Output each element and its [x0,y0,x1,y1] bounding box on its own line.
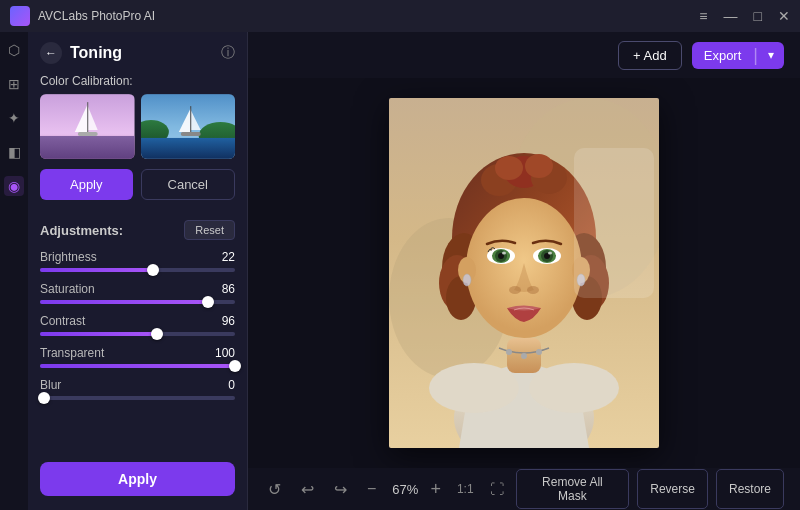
close-icon[interactable]: ✕ [778,8,790,24]
blur-label: Blur [40,378,61,392]
expand-button[interactable]: ⛶ [490,481,504,497]
transparent-value: 100 [215,346,235,360]
brightness-value: 22 [222,250,235,264]
iconbar-item-effects[interactable]: ✦ [4,108,24,128]
adjustments-header: Adjustments: Reset [28,212,247,248]
contrast-value: 96 [222,314,235,328]
contrast-track[interactable] [40,332,235,336]
cal-cancel-button[interactable]: Cancel [141,169,236,200]
saturation-track[interactable] [40,300,235,304]
titlebar: AVCLabs PhotoPro AI ≡ — □ ✕ [0,0,800,32]
portrait-image [389,98,659,448]
color-calibration-images [28,94,247,169]
svg-point-32 [525,154,553,178]
calibration-image-2[interactable] [141,94,236,159]
svg-rect-5 [78,132,98,136]
rotate-left-button[interactable]: ↺ [264,478,285,501]
apply-main-button[interactable]: Apply [40,462,235,496]
svg-point-38 [502,252,506,255]
export-button-group: Export | ▾ [692,42,784,69]
iconbar-item-toning[interactable]: ◉ [4,176,24,196]
contrast-slider-row: Contrast 96 [40,314,235,336]
sidebar-title: Toning [70,44,122,62]
zoom-level: 67% [392,482,418,497]
add-button[interactable]: + Add [618,41,682,70]
remove-all-mask-button[interactable]: Remove All Mask [516,469,630,509]
photo-container [389,98,659,448]
saturation-value: 86 [222,282,235,296]
svg-rect-53 [574,148,654,298]
transparent-track[interactable] [40,364,235,368]
restore-button[interactable]: Restore [716,469,784,509]
back-button[interactable]: ← [40,42,62,64]
iconbar-item-adjust[interactable]: ◧ [4,142,24,162]
bottom-right-buttons: Remove All Mask Reverse Restore [516,469,784,509]
iconbar-item-grid[interactable]: ⊞ [4,74,24,94]
svg-point-51 [521,353,527,359]
svg-point-47 [463,274,471,286]
svg-point-19 [429,363,519,413]
svg-point-50 [506,349,512,355]
svg-rect-9 [141,138,236,159]
zoom-1to1-button[interactable]: 1:1 [453,480,478,498]
svg-rect-1 [40,136,135,159]
svg-point-20 [529,363,619,413]
color-calibration-label: Color Calibration: [28,70,247,94]
reverse-button[interactable]: Reverse [637,469,708,509]
icon-bar: ⬡ ⊞ ✦ ◧ ◉ [0,32,28,510]
svg-rect-13 [180,132,200,136]
info-icon[interactable]: ⓘ [221,44,235,62]
calibration-image-1[interactable] [40,94,135,159]
bottom-toolbar: ↺ ↩ ↪ − 67% + 1:1 ⛶ Remove All Mask Reve… [248,468,800,510]
window-controls: ≡ — □ ✕ [699,8,790,24]
transparent-slider-row: Transparent 100 [40,346,235,368]
contrast-label: Contrast [40,314,85,328]
canvas-area [248,78,800,468]
menu-icon[interactable]: ≡ [699,8,707,24]
blur-value: 0 [228,378,235,392]
blur-track[interactable] [40,396,235,400]
brightness-slider-row: Brightness 22 [40,250,235,272]
saturation-label: Saturation [40,282,95,296]
export-dropdown-icon[interactable]: ▾ [758,42,784,68]
undo-button[interactable]: ↩ [297,478,318,501]
svg-point-43 [548,252,552,255]
app-logo [10,6,30,26]
sidebar-header: ← Toning ⓘ [28,32,247,70]
content-area: + Add Export | ▾ [248,32,800,510]
minimize-icon[interactable]: — [724,8,738,24]
adjustments-label: Adjustments: [40,223,123,238]
zoom-in-button[interactable]: + [430,479,441,500]
brightness-track[interactable] [40,268,235,272]
reset-button[interactable]: Reset [184,220,235,240]
svg-point-44 [509,286,521,294]
top-toolbar: + Add Export | ▾ [248,32,800,78]
main-layout: ⬡ ⊞ ✦ ◧ ◉ ← Toning ⓘ Color Calibration: [0,32,800,510]
saturation-slider-row: Saturation 86 [40,282,235,304]
transparent-label: Transparent [40,346,104,360]
svg-point-45 [527,286,539,294]
cal-apply-button[interactable]: Apply [40,169,133,200]
blur-slider-row: Blur 0 [40,378,235,400]
iconbar-item-magic[interactable]: ⬡ [4,40,24,60]
slider-group: Brightness 22 Saturation 86 [28,248,247,418]
svg-point-31 [495,156,523,180]
export-button[interactable]: Export [692,42,754,69]
maximize-icon[interactable]: □ [754,8,762,24]
sidebar: ← Toning ⓘ Color Calibration: [28,32,248,510]
app-title: AVCLabs PhotoPro AI [38,9,155,23]
sidebar-footer: Apply [28,452,247,510]
redo-button[interactable]: ↪ [330,478,351,501]
brightness-label: Brightness [40,250,97,264]
svg-point-52 [536,349,542,355]
cal-buttons: Apply Cancel [28,169,247,212]
zoom-out-button[interactable]: − [363,478,380,500]
